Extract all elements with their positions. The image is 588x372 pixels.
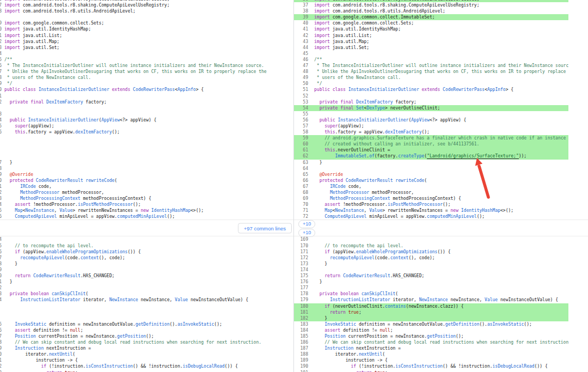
line-number[interactable]: 172 bbox=[294, 255, 308, 261]
line-number[interactable]: 63 bbox=[294, 160, 308, 166]
code-text bbox=[308, 51, 568, 57]
code-text: import com.android.tools.r8.shaking.Comp… bbox=[2, 2, 293, 8]
line-number[interactable]: 171 bbox=[294, 249, 308, 255]
side-by-side-diff: 36import com.android.tools.r8.ir.synthet… bbox=[0, 0, 588, 372]
line-number[interactable]: 179 bbox=[294, 297, 308, 303]
line-number[interactable]: 183 bbox=[294, 321, 308, 327]
line-number[interactable]: 38 bbox=[294, 8, 308, 14]
line-number[interactable]: 185 bbox=[294, 333, 308, 339]
code-line: 55 bbox=[294, 111, 568, 117]
line-number[interactable]: 48 bbox=[294, 69, 308, 75]
code-text: public class InstanceInitializerOutliner… bbox=[308, 87, 568, 93]
line-number[interactable]: 40 bbox=[294, 20, 308, 26]
code-text: assert !methodProcessor.isPostMethodProc… bbox=[2, 202, 293, 208]
line-number[interactable]: 174 bbox=[294, 267, 308, 273]
line-number[interactable]: 177 bbox=[294, 285, 308, 291]
line-number[interactable]: 66 bbox=[294, 178, 308, 184]
line-number[interactable]: 43 bbox=[294, 39, 308, 45]
code-text: /** bbox=[308, 57, 568, 63]
code-text: InvokeStatic definition = newInstanceOut… bbox=[308, 321, 568, 327]
line-number[interactable]: 42 bbox=[294, 33, 308, 39]
line-number[interactable]: 68 bbox=[294, 190, 308, 196]
expand-below-button[interactable]: +10 bbox=[298, 229, 315, 237]
expand-common-lines-button[interactable]: +97 common lines bbox=[238, 223, 292, 233]
line-number[interactable]: 173 bbox=[294, 261, 308, 267]
line-number[interactable]: 65 bbox=[294, 172, 308, 178]
expand-above-button[interactable]: +10 bbox=[298, 220, 315, 228]
line-number[interactable]: 54 bbox=[294, 105, 308, 111]
line-number[interactable]: 67 bbox=[294, 184, 308, 190]
line-number[interactable]: 49 bbox=[294, 75, 308, 81]
code-text: } bbox=[2, 279, 293, 285]
line-number[interactable]: 45 bbox=[294, 51, 308, 57]
code-text: // We can skip constant and debug local … bbox=[2, 339, 293, 345]
line-number[interactable]: 169 bbox=[294, 236, 308, 242]
line-number[interactable]: 70 bbox=[294, 202, 308, 208]
code-line: 181 instruction -> { bbox=[0, 357, 293, 363]
code-line: 185 Position currentPosition = newInstan… bbox=[294, 333, 568, 339]
line-number[interactable]: 182 bbox=[294, 315, 308, 321]
code-line: 165 // to recompute the api level. bbox=[0, 243, 293, 249]
line-number[interactable]: 57 bbox=[294, 123, 308, 129]
filler-row bbox=[0, 141, 293, 147]
code-text: ComputedApiLevel minApiLevel = appView.c… bbox=[2, 214, 293, 219]
code-line: 51public class InstanceInitializerOutlin… bbox=[294, 87, 568, 93]
code-text: InvokeStatic definition = newInstanceOut… bbox=[2, 321, 293, 327]
code-line: 166 if (appView.enableWholeProgramOptimi… bbox=[0, 249, 293, 255]
line-number[interactable]: 60 bbox=[294, 141, 308, 147]
line-number[interactable]: 184 bbox=[294, 327, 308, 333]
line-number[interactable]: 178 bbox=[294, 291, 308, 297]
code-text: IRCode code, bbox=[2, 184, 293, 190]
line-number[interactable]: 187 bbox=[294, 345, 308, 351]
code-line: 170 return CodeRewriterResult.HAS_CHANGE… bbox=[0, 273, 293, 279]
code-text: import java.util.Map; bbox=[2, 39, 293, 45]
line-number[interactable]: 186 bbox=[294, 339, 308, 345]
line-number[interactable]: 52 bbox=[294, 93, 308, 99]
code-text bbox=[2, 147, 293, 153]
line-number[interactable]: 55 bbox=[294, 111, 308, 117]
line-number[interactable]: 62 bbox=[294, 153, 308, 159]
line-number[interactable]: 189 bbox=[294, 357, 308, 363]
code-block-top-left: 36import com.android.tools.r8.ir.synthet… bbox=[0, 0, 293, 219]
code-line: 171 if (appView.enableWholeProgramOptimi… bbox=[294, 249, 568, 255]
line-number[interactable]: 41 bbox=[294, 26, 308, 32]
code-line: 62 ImmutableSet.of(factory.createType("L… bbox=[294, 153, 568, 159]
code-line: 59 @Override bbox=[0, 172, 293, 178]
code-line: 50public class InstanceInitializerOutlin… bbox=[0, 87, 293, 93]
line-number[interactable]: 175 bbox=[294, 273, 308, 279]
line-number[interactable]: 176 bbox=[294, 279, 308, 285]
code-line: 164 bbox=[0, 236, 293, 242]
line-number[interactable]: 188 bbox=[294, 351, 308, 357]
code-line: 48 * Unlike the ApiInvokeOutlinerDesugar… bbox=[294, 69, 568, 75]
line-number[interactable]: 180 bbox=[294, 303, 308, 309]
line-number[interactable]: 71 bbox=[294, 208, 308, 214]
code-text: this.neverOutlineClinit = bbox=[308, 147, 568, 153]
code-text bbox=[2, 285, 293, 291]
line-number[interactable]: 56 bbox=[294, 117, 308, 123]
line-number[interactable]: 61 bbox=[294, 147, 308, 153]
line-number[interactable]: 39 bbox=[294, 14, 308, 20]
line-number[interactable]: 190 bbox=[294, 363, 308, 369]
code-text: * The InstanceInitializerOutliner will o… bbox=[2, 63, 293, 69]
code-text: } bbox=[308, 261, 568, 267]
line-number[interactable]: 46 bbox=[294, 57, 308, 63]
line-number[interactable]: 37 bbox=[294, 2, 308, 8]
line-number[interactable]: 58 bbox=[294, 129, 308, 135]
line-number[interactable]: 50 bbox=[294, 81, 308, 87]
code-text: Position currentPosition = newInstance.g… bbox=[308, 333, 568, 339]
line-number[interactable]: 53 bbox=[294, 99, 308, 105]
code-line: 42import java.util.List; bbox=[294, 33, 568, 39]
line-number[interactable]: 191 bbox=[294, 370, 308, 372]
code-text: ImmutableSet.of(factory.createType("Land… bbox=[308, 153, 568, 159]
line-number[interactable]: 72 bbox=[294, 214, 308, 219]
line-number[interactable]: 64 bbox=[294, 166, 308, 172]
line-number[interactable]: 51 bbox=[294, 87, 308, 93]
line-number[interactable]: 59 bbox=[294, 135, 308, 141]
line-number[interactable]: 47 bbox=[294, 63, 308, 69]
code-line: 46/** bbox=[294, 57, 568, 63]
code-text: protected CodeRewriterResult rewriteCode… bbox=[308, 178, 568, 184]
line-number[interactable]: 181 bbox=[294, 309, 308, 315]
line-number[interactable]: 44 bbox=[294, 45, 308, 51]
line-number[interactable]: 170 bbox=[294, 243, 308, 249]
line-number[interactable]: 69 bbox=[294, 196, 308, 202]
